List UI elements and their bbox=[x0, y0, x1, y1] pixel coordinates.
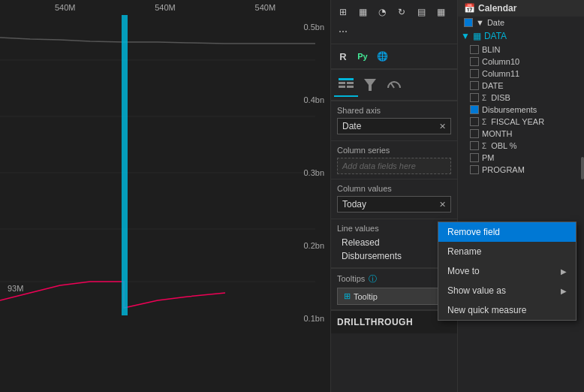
column-values-close[interactable]: ✕ bbox=[439, 200, 446, 210]
disbursements-checkbox[interactable] bbox=[470, 105, 479, 114]
line-value-disbursements[interactable]: Disbursements bbox=[337, 249, 451, 263]
field-blin[interactable]: BLIN bbox=[458, 44, 584, 56]
field-date[interactable]: DATE bbox=[458, 80, 584, 92]
date-field-label: DATE bbox=[482, 81, 504, 90]
tooltip-button[interactable]: ⊞ Tooltip bbox=[337, 288, 451, 305]
r-icon[interactable]: R bbox=[334, 47, 352, 65]
column-values-section: Column values Today ✕ bbox=[331, 179, 457, 219]
grid3-icon[interactable]: ▦ bbox=[432, 3, 450, 21]
svg-line-12 bbox=[391, 83, 394, 88]
icon-toolbar-bottom: R Py 🌐 bbox=[331, 44, 457, 69]
chart-area: 540M 540M 540M 0.5bn 0.4bn 0.3bn 0.2bn 0… bbox=[0, 0, 330, 392]
tooltips-label: Tooltips ⓘ bbox=[337, 273, 451, 285]
field-fiscal-year[interactable]: Σ FISCAL YEAR bbox=[458, 116, 584, 128]
context-menu-remove-field[interactable]: Remove field bbox=[438, 222, 576, 242]
rename-label: Rename bbox=[447, 246, 481, 257]
field-list: BLIN Column10 Column11 DATE Σ DISB Disbu… bbox=[458, 44, 584, 392]
y-label-1: 0.5bn bbox=[303, 23, 324, 32]
shared-axis-close[interactable]: ✕ bbox=[439, 122, 446, 131]
svg-rect-10 bbox=[347, 86, 354, 88]
field-pm[interactable]: PM bbox=[458, 152, 584, 164]
program-checkbox[interactable] bbox=[470, 165, 479, 174]
column-values-value: Today bbox=[342, 199, 366, 210]
icon-toolbar-top: ⊞ ▦ ◔ ↻ ▤ ▦ ⋯ bbox=[331, 0, 457, 44]
column11-checkbox[interactable] bbox=[470, 69, 479, 78]
fiscal-year-sigma: Σ bbox=[482, 118, 486, 126]
context-menu-new-quick-measure[interactable]: New quick measure bbox=[438, 300, 576, 320]
right-panel: 📅 Calendar ▼ Date ▼ ▦ DATA BLIN Column10… bbox=[458, 0, 584, 392]
column11-label: Column11 bbox=[482, 69, 519, 78]
program-label: PROGRAM bbox=[482, 165, 525, 174]
globe-icon[interactable]: 🌐 bbox=[373, 47, 391, 65]
column-series-section: Column series Add data fields here bbox=[331, 141, 457, 179]
svg-rect-7 bbox=[339, 82, 345, 84]
y-label-4: 0.2bn bbox=[303, 241, 324, 250]
dots-icon[interactable]: ⋯ bbox=[334, 23, 352, 41]
funnel-viz-icon[interactable] bbox=[358, 73, 382, 97]
column-series-placeholder[interactable]: Add data fields here bbox=[337, 158, 451, 174]
column-values-label: Column values bbox=[337, 184, 451, 193]
data-group-icon: ▼ bbox=[461, 31, 470, 41]
date-label: Date bbox=[487, 18, 504, 27]
rainbow-icon[interactable]: ◔ bbox=[373, 3, 391, 21]
blin-checkbox[interactable] bbox=[470, 45, 479, 54]
column-values-dropdown[interactable]: Today ✕ bbox=[337, 196, 451, 213]
field-obl-pct[interactable]: Σ OBL % bbox=[458, 140, 584, 152]
date-item[interactable]: ▼ Date bbox=[458, 17, 584, 29]
field-column11[interactable]: Column11 bbox=[458, 68, 584, 80]
date-field-checkbox[interactable] bbox=[470, 81, 479, 90]
data-group-header[interactable]: ▼ ▦ DATA bbox=[458, 29, 584, 44]
refresh-icon[interactable]: ↻ bbox=[393, 3, 411, 21]
y-label-2: 0.4bn bbox=[303, 95, 324, 104]
shared-axis-value: Date bbox=[342, 121, 361, 131]
svg-marker-11 bbox=[364, 79, 376, 91]
svg-rect-5 bbox=[122, 15, 128, 315]
filter-icon[interactable]: ▦ bbox=[354, 3, 372, 21]
py-icon[interactable]: Py bbox=[354, 47, 372, 65]
column10-checkbox[interactable] bbox=[470, 57, 479, 66]
field-program[interactable]: PROGRAM bbox=[458, 164, 584, 176]
calendar-header: 📅 Calendar bbox=[458, 0, 584, 17]
table-viz-icon[interactable] bbox=[334, 73, 358, 97]
field-disb[interactable]: Σ DISB bbox=[458, 92, 584, 104]
shared-axis-section: Shared axis Date ✕ bbox=[331, 101, 457, 140]
chart-canvas: 0.5bn 0.4bn 0.3bn 0.2bn 0.1bn 93M bbox=[0, 15, 330, 330]
grid-icon[interactable]: ⊞ bbox=[334, 3, 352, 21]
move-to-label: Move to bbox=[447, 266, 480, 276]
context-menu-show-value-as[interactable]: Show value as ▶ bbox=[438, 281, 576, 300]
calendar-title: Calendar bbox=[478, 3, 516, 14]
line-value-released[interactable]: Released bbox=[337, 236, 451, 249]
grid2-icon[interactable]: ▤ bbox=[412, 3, 430, 21]
obl-pct-sigma: Σ bbox=[482, 142, 486, 150]
drillthrough-title: DRILLTHROUGH bbox=[337, 317, 451, 327]
pm-checkbox[interactable] bbox=[470, 153, 479, 162]
new-quick-measure-label: New quick measure bbox=[447, 305, 526, 315]
line-values-label: Line values bbox=[337, 224, 451, 233]
chart-label-1: 540M bbox=[55, 3, 76, 12]
y-axis-labels: 0.5bn 0.4bn 0.3bn 0.2bn 0.1bn bbox=[303, 15, 324, 330]
chart-top-labels: 540M 540M 540M bbox=[0, 0, 330, 15]
context-menu-move-to[interactable]: Move to ▶ bbox=[438, 261, 576, 281]
column10-label: Column10 bbox=[482, 57, 519, 66]
date-expand-icon: ▼ bbox=[476, 18, 484, 27]
month-checkbox[interactable] bbox=[470, 129, 479, 138]
field-column10[interactable]: Column10 bbox=[458, 56, 584, 68]
context-menu: Remove field Rename Move to ▶ Show value… bbox=[438, 222, 576, 321]
move-to-arrow: ▶ bbox=[561, 267, 567, 276]
svg-rect-9 bbox=[339, 86, 345, 88]
field-disbursements[interactable]: Disbursements bbox=[458, 104, 584, 116]
field-month[interactable]: MONTH bbox=[458, 128, 584, 140]
data-group-label: DATA bbox=[484, 31, 507, 41]
chart-label-3: 540M bbox=[255, 3, 276, 12]
fiscal-year-checkbox[interactable] bbox=[470, 117, 479, 126]
disbursements-label: Disbursements bbox=[482, 105, 537, 114]
date-checkbox[interactable] bbox=[464, 18, 473, 27]
context-menu-rename[interactable]: Rename bbox=[438, 242, 576, 261]
remove-field-label: Remove field bbox=[447, 227, 500, 237]
obl-pct-checkbox[interactable] bbox=[470, 141, 479, 150]
shared-axis-dropdown[interactable]: Date ✕ bbox=[337, 118, 451, 134]
disb-checkbox[interactable] bbox=[470, 93, 479, 102]
viz-toolbar bbox=[331, 70, 457, 101]
gauge-viz-icon[interactable] bbox=[382, 73, 406, 97]
obl-pct-label: OBL % bbox=[491, 141, 516, 150]
